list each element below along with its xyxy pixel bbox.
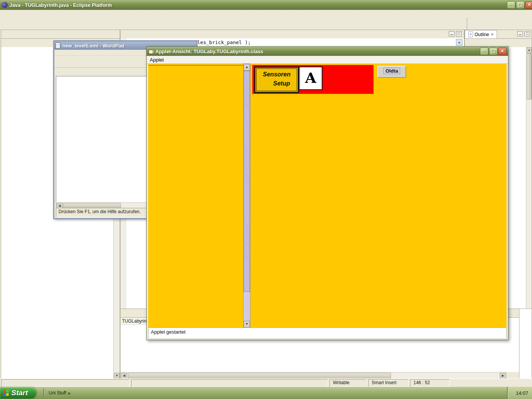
scroll-thumb[interactable] (244, 71, 250, 292)
windows-flag-icon (3, 390, 9, 396)
scroll-right-icon[interactable]: ▶ (500, 373, 506, 379)
applet-titlebar: Applet-Ansicht: TUGLaby.TUGLabyrinth.cla… (147, 47, 508, 56)
applet-status: Applet gestartet (148, 328, 507, 339)
maximize-view-icon[interactable]: ▢ (456, 31, 462, 36)
oldta-button[interactable]: Oldta (377, 66, 406, 78)
applet-content: ▲ ▼ Sensoren Setup A Oldta (148, 63, 507, 330)
console-side-strip (519, 309, 532, 379)
a-button[interactable]: A (299, 66, 323, 90)
minimize-view-icon[interactable]: ▁ (517, 31, 523, 36)
uni-stuff-toolbar[interactable]: Uni Stuff (49, 390, 66, 396)
wordpad-title: new_level5.xml - WordPad (62, 43, 124, 49)
eclipse-logo-icon (2, 2, 8, 8)
maximize-button[interactable]: ▢ (489, 48, 497, 55)
setup-banner: Sensoren Setup A (252, 65, 374, 94)
tab-outline[interactable]: ≡ Outline ✕ (465, 30, 497, 38)
scroll-thumb[interactable] (63, 203, 121, 208)
java-cup-icon (148, 49, 154, 54)
outline-icon: ≡ (468, 32, 473, 37)
sensor-rule-list (148, 65, 243, 66)
chevron-icon[interactable]: » (68, 390, 70, 396)
scroll-thumb[interactable] (128, 373, 391, 379)
minimize-button[interactable]: ─ (480, 48, 488, 55)
minimize-button[interactable]: ─ (507, 1, 515, 9)
status-caret-position: 146 : 52 (410, 379, 450, 387)
menu-applet[interactable]: Applet (150, 57, 164, 63)
close-button[interactable]: ✕ (525, 1, 532, 9)
system-tray: 14:07 (507, 387, 532, 399)
maximize-view-icon[interactable]: ▢ (524, 31, 530, 36)
scroll-thumb[interactable] (527, 53, 532, 100)
labyrinth-maze[interactable] (252, 98, 404, 250)
status-empty-cell (131, 379, 328, 387)
close-button[interactable]: ✕ (498, 48, 507, 55)
scroll-down-icon[interactable]: ▼ (244, 321, 250, 328)
close-tab-icon[interactable]: ✕ (491, 32, 494, 36)
applet-title: Applet-Ansicht: TUGLaby.TUGLabyrinth.cla… (155, 49, 263, 54)
taskbar-separator (43, 388, 44, 397)
eclipse-toolbar (0, 17, 532, 30)
eclipse-titlebar: Java - TUGLabyrinth.java - Eclipse Platf… (0, 0, 532, 10)
perspective-bar (467, 17, 532, 30)
editor-scroll-up-icon[interactable]: ▲ (456, 39, 462, 46)
editor-tabs (120, 30, 464, 39)
applet-menubar: Applet (147, 56, 508, 64)
status-writable: Writable (329, 379, 367, 387)
status-empty-cell (1, 379, 130, 387)
scroll-up-icon[interactable]: ▲ (244, 64, 250, 71)
explorer-tabs (1, 30, 120, 39)
scroll-down-icon[interactable]: ▼ (114, 373, 120, 379)
applet-window: Applet-Ansicht: TUGLaby.TUGLabyrinth.cla… (146, 46, 508, 340)
console-hscrollbar[interactable]: ◀ ▶ (120, 372, 507, 379)
rules-scrollbar[interactable]: ▲ ▼ (243, 63, 250, 328)
eclipse-statusbar: Writable Smart Insert 146 : 52 (0, 378, 532, 387)
wordpad-icon (55, 43, 60, 49)
status-insert-mode: Smart Insert (368, 379, 408, 387)
maximize-button[interactable]: ▢ (516, 1, 524, 9)
start-button[interactable]: Start (0, 387, 36, 399)
scroll-left-icon[interactable]: ◀ (121, 373, 127, 379)
taskbar-clock: 14:07 (516, 390, 528, 396)
desktop: Java - TUGLabyrinth.java - Eclipse Platf… (0, 0, 532, 399)
eclipse-menubar (0, 10, 532, 18)
taskbar: Start Uni Stuff » 14:07 (0, 387, 532, 399)
minimize-view-icon[interactable]: ▁ (449, 31, 454, 36)
scroll-up-icon[interactable]: ▲ (527, 47, 532, 53)
sensoren-setup-button[interactable]: Sensoren Setup (254, 66, 299, 93)
eclipse-window-title: Java - TUGLabyrinth.java - Eclipse Platf… (10, 2, 112, 8)
